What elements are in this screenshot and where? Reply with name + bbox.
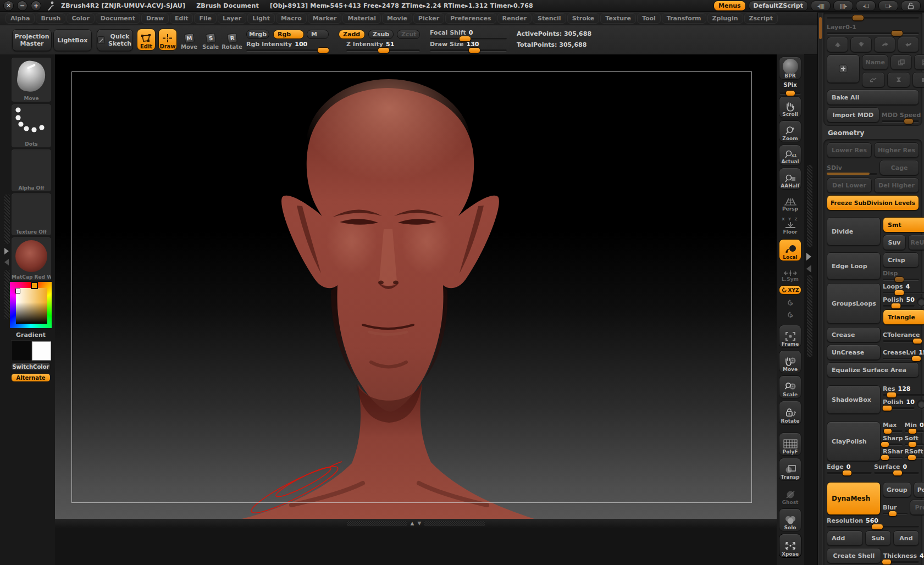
dm-add-button[interactable]: Add (827, 530, 863, 546)
focal-shift-track[interactable] (430, 38, 507, 40)
rgb-button[interactable]: Rgb (273, 30, 304, 39)
cp-rsoft-knob[interactable] (908, 455, 916, 461)
dm-group-button[interactable]: Group (883, 482, 911, 497)
menu-stroke[interactable]: Stroke (567, 13, 600, 24)
del-higher-button[interactable]: Del Higher (874, 178, 919, 193)
shadowbox-res-slider[interactable]: Res128 (883, 385, 924, 396)
layer-split-button[interactable] (887, 72, 910, 87)
divide-button[interactable]: Divide (827, 217, 881, 246)
loops-knob[interactable] (894, 290, 904, 296)
menu-transform[interactable]: Transform (662, 13, 706, 24)
layer-duplicate-button[interactable] (890, 54, 912, 70)
bpr-button[interactable]: BPR (779, 57, 801, 80)
switch-color-button[interactable]: SwitchColor (11, 362, 51, 371)
divider-left-icon[interactable]: ◂|||| (811, 1, 831, 11)
rotate-3d-button[interactable]: Rotate (779, 401, 801, 425)
actual-button[interactable]: x1 Actual (779, 145, 801, 165)
alpha-picker[interactable]: Alpha Off (11, 149, 52, 192)
draw-size-slider[interactable]: Draw Size130 (430, 41, 507, 52)
dm-sub-button[interactable]: Sub (865, 530, 891, 546)
panel-slide-right-icon[interactable]: ❏▸ (878, 1, 898, 11)
move-mode-button[interactable]: M Move (180, 29, 198, 51)
dynamesh-button[interactable]: DynaMesh (827, 482, 881, 515)
menu-color[interactable]: Color (67, 13, 94, 24)
panel-scroll-thumb[interactable] (819, 17, 822, 39)
menu-stencil[interactable]: Stencil (533, 13, 566, 24)
layer-name-slider[interactable]: Layer0-1 (827, 24, 919, 35)
spix-slider[interactable] (779, 92, 801, 95)
loops-slider[interactable]: Loops4 (883, 283, 924, 294)
lightbox-button[interactable]: LightBox (53, 29, 92, 51)
reuv-button[interactable]: ReUV (908, 235, 924, 250)
secondary-color-swatch[interactable] (32, 341, 51, 361)
menu-brush[interactable]: Brush (36, 13, 65, 24)
frame-button[interactable]: Frame (779, 325, 801, 348)
layer-delete-button[interactable] (914, 54, 924, 70)
aahalf-button[interactable]: AAHalf (779, 168, 801, 190)
bake-all-button[interactable]: Bake All (827, 90, 919, 105)
rotate-y-button[interactable]: Y (779, 297, 801, 308)
left-tray-close-arrow[interactable] (4, 259, 9, 265)
smt-button[interactable]: Smt (883, 217, 924, 232)
layer-merge-down-button[interactable] (862, 72, 885, 87)
polyf-button[interactable]: PolyF (779, 433, 801, 456)
zadd-button[interactable]: Zadd (339, 30, 365, 39)
cp-rshar-knob[interactable] (881, 455, 889, 461)
local-button[interactable]: Local (779, 239, 801, 261)
cp-rshar-slider[interactable]: RShar (883, 448, 903, 459)
menu-render[interactable]: Render (497, 13, 532, 24)
menu-tool[interactable]: Tool (637, 13, 661, 24)
projection-master-button[interactable]: Projection Master (12, 29, 52, 51)
right-dock-close-arrow[interactable] (806, 265, 811, 273)
del-lower-button[interactable]: Del Lower (827, 178, 872, 193)
mrgb-button[interactable]: Mrgb (246, 30, 269, 39)
cp-soft-knob[interactable] (908, 441, 917, 447)
cage-button[interactable]: Cage (879, 160, 919, 175)
right-dock-divider-2[interactable] (807, 275, 812, 357)
bottom-divider-strip-right[interactable] (424, 521, 485, 526)
scale-mode-button[interactable]: S Scale (201, 29, 220, 51)
layer-intensity-knob[interactable] (852, 15, 864, 21)
rgb-intensity-slider[interactable]: Rgb Intensity100 (246, 41, 329, 52)
groups-loops-button[interactable]: GroupsLoops (827, 283, 881, 324)
lower-res-button[interactable]: Lower Res (827, 142, 872, 158)
maximize-icon[interactable]: + (31, 1, 41, 11)
mdd-speed-slider[interactable]: MDD Speed (882, 107, 919, 123)
menu-layer[interactable]: Layer (218, 13, 246, 24)
resolution-knob[interactable] (871, 524, 883, 530)
layer-undo-button[interactable] (898, 37, 919, 52)
menu-edit[interactable]: Edit (170, 13, 193, 24)
layer-name-button[interactable]: Name (862, 54, 888, 70)
equalize-surface-button[interactable]: Equalize Surface Area (827, 362, 919, 378)
rotate-mode-button[interactable]: R Rotate (223, 29, 241, 51)
layer-down-button[interactable] (850, 37, 872, 52)
dm-polish-button[interactable]: Polish (914, 482, 924, 497)
brush-picker[interactable]: Move (11, 57, 52, 102)
edge-knob[interactable] (842, 470, 852, 476)
edge-loop-button[interactable]: Edge Loop (827, 252, 881, 280)
sb-polish-mode-toggle[interactable] (917, 400, 924, 409)
polish-mode-toggle[interactable] (917, 297, 924, 307)
freeze-subdivision-button[interactable]: Freeze SubDivision Levels (827, 195, 919, 211)
suv-button[interactable]: Suv (883, 235, 906, 250)
tray-down-arrow[interactable]: ▼ (418, 520, 422, 526)
import-mdd-button[interactable]: Import MDD (827, 107, 879, 123)
cp-rsoft-slider[interactable]: RSoft (905, 448, 924, 459)
draw-size-track[interactable] (430, 49, 507, 52)
right-dock-open-arrow[interactable] (806, 253, 811, 261)
tray-up-arrow[interactable]: ▲ (411, 520, 414, 526)
polish-slider[interactable]: Polish50 (883, 296, 915, 307)
cp-max-slider[interactable]: Max (883, 422, 903, 433)
cp-min-slider[interactable]: Min0 (905, 422, 924, 433)
rotate-xyz-button[interactable]: XYZ (779, 285, 801, 295)
disp-knob[interactable] (894, 276, 904, 282)
material-picker[interactable]: MatCap Red Wa (11, 237, 52, 281)
zcut-button[interactable]: Zcut (397, 30, 420, 39)
surface-slider[interactable]: Surface0 (874, 463, 919, 474)
rotate-z-button[interactable]: Z (779, 309, 801, 320)
divider-right-icon[interactable]: ||||▸ (833, 1, 853, 11)
close-icon[interactable]: ✕ (3, 1, 14, 11)
default-zscript-button[interactable]: DefaultZScript (749, 1, 808, 11)
left-tray-open-arrow[interactable] (4, 248, 9, 254)
menu-light[interactable]: Light (247, 13, 275, 24)
